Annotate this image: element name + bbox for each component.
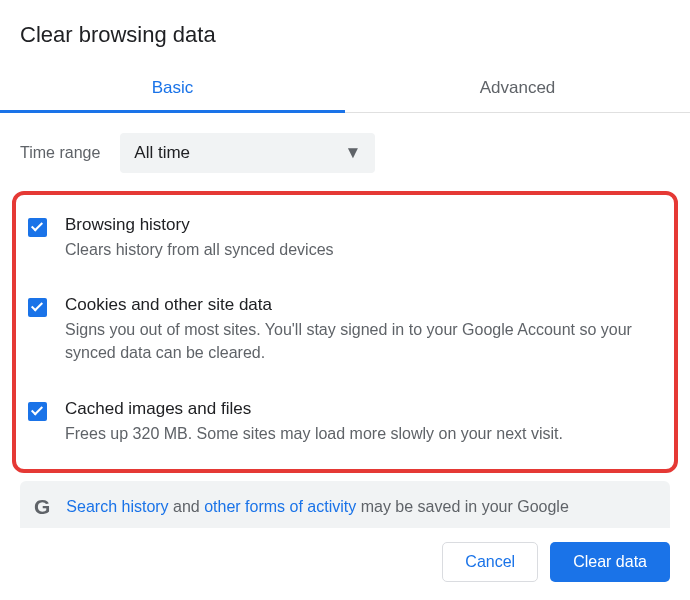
account-info: G Search history and other forms of acti… bbox=[20, 481, 670, 529]
cancel-button[interactable]: Cancel bbox=[442, 542, 538, 582]
option-cache[interactable]: Cached images and files Frees up 320 MB.… bbox=[22, 391, 664, 455]
clear-data-button[interactable]: Clear data bbox=[550, 542, 670, 582]
tabs: Basic Advanced bbox=[0, 64, 690, 113]
option-desc: Clears history from all synced devices bbox=[65, 238, 334, 261]
checkbox-cache[interactable] bbox=[28, 402, 47, 421]
checkbox-browsing-history[interactable] bbox=[28, 218, 47, 237]
dialog-footer: Cancel Clear data bbox=[0, 528, 690, 600]
time-range-value: All time bbox=[134, 143, 190, 163]
option-title: Browsing history bbox=[65, 215, 334, 235]
link-other-activity[interactable]: other forms of activity bbox=[204, 498, 356, 515]
chevron-down-icon: ▼ bbox=[345, 143, 362, 163]
time-range-label: Time range bbox=[20, 144, 100, 162]
google-icon: G bbox=[34, 495, 50, 519]
option-title: Cached images and files bbox=[65, 399, 563, 419]
highlighted-options: Browsing history Clears history from all… bbox=[12, 191, 678, 473]
checkbox-cookies[interactable] bbox=[28, 298, 47, 317]
tab-advanced[interactable]: Advanced bbox=[345, 64, 690, 112]
time-range-row: Time range All time ▼ bbox=[0, 113, 690, 191]
option-title: Cookies and other site data bbox=[65, 295, 658, 315]
time-range-select[interactable]: All time ▼ bbox=[120, 133, 375, 173]
option-cookies[interactable]: Cookies and other site data Signs you ou… bbox=[22, 287, 664, 374]
link-search-history[interactable]: Search history bbox=[66, 498, 168, 515]
dialog-title: Clear browsing data bbox=[0, 0, 690, 64]
option-desc: Frees up 320 MB. Some sites may load mor… bbox=[65, 422, 563, 445]
option-desc: Signs you out of most sites. You'll stay… bbox=[65, 318, 658, 364]
account-info-text: Search history and other forms of activi… bbox=[66, 498, 568, 516]
tab-basic[interactable]: Basic bbox=[0, 64, 345, 112]
option-browsing-history[interactable]: Browsing history Clears history from all… bbox=[22, 207, 664, 271]
